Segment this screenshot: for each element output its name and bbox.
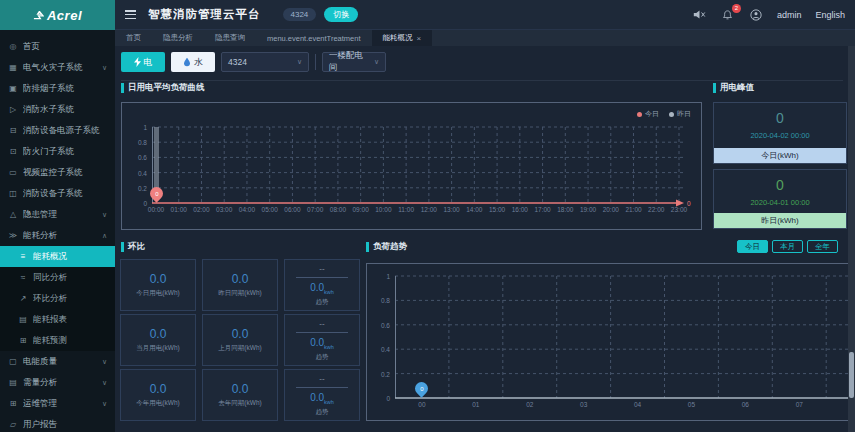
x-tick-label: 17:00: [534, 206, 550, 213]
trend-arrow-icon: ↗: [18, 294, 28, 303]
sidebar-subitem-label: 能耗概况: [33, 251, 107, 263]
scrollbar-thumb[interactable]: [849, 352, 854, 398]
stat-label: 昨日同期(kWh): [218, 289, 261, 298]
sidebar-item-electrical-fire[interactable]: ▦电气火灾子系统∨: [0, 57, 115, 78]
room-select-value: 一楼配电间: [329, 50, 368, 74]
sidebar-submenu: ≡能耗概况≈同比分析↗环比分析▤能耗报表⊞能耗预测: [0, 246, 115, 351]
y-tick-label: 0: [143, 200, 147, 207]
trend-unit: kwh: [324, 344, 334, 350]
chart-legend: 今日昨日: [637, 109, 691, 119]
tab-3[interactable]: menu.event.eventTreatment: [256, 30, 372, 46]
room-select[interactable]: 一楼配电间 ∨: [322, 52, 386, 72]
demand-icon: ▤: [8, 378, 18, 387]
notification-bell-icon[interactable]: 2: [721, 8, 735, 21]
tab-1[interactable]: 隐患分析: [152, 30, 204, 46]
peak-value: 0: [714, 177, 846, 193]
sidebar-item-video-monitor[interactable]: ▭视频监控子系统: [0, 162, 115, 183]
tab-4[interactable]: 能耗概况×: [372, 30, 433, 46]
load-trend-gridlines: [395, 276, 855, 398]
switch-button[interactable]: 切换: [324, 7, 358, 22]
legend-item[interactable]: 昨日: [669, 109, 691, 119]
sidebar-item-fire-power[interactable]: ⊟消防设备电源子系统: [0, 120, 115, 141]
sidebar-item-user-report[interactable]: ▱用户报告: [0, 414, 115, 432]
y-tick-label: 0.6: [381, 321, 390, 328]
peak-label: 今日(kWh): [714, 148, 846, 163]
x-tick-label: 22:00: [648, 206, 664, 213]
peak-section-title: 用电峰值: [713, 82, 754, 94]
tab-2[interactable]: 隐患查询: [204, 30, 256, 46]
x-tick-label: 01:00: [171, 206, 187, 213]
x-tick-label: 06:00: [284, 206, 300, 213]
sidebar-subitem-mom-analysis[interactable]: ↗环比分析: [0, 288, 115, 309]
video-monitor-icon: ▭: [8, 168, 18, 177]
sidebar-item-fire-door[interactable]: ⊡防火门子系统: [0, 141, 115, 162]
sidebar-item-energy-analysis[interactable]: ≫能耗分析∧: [0, 225, 115, 246]
sidebar-item-fire-water[interactable]: ▷消防水子系统: [0, 99, 115, 120]
page: Acrel ◎首页▦电气火灾子系统∨▣防排烟子系统▷消防水子系统⊟消防设备电源子…: [0, 0, 855, 432]
sidebar-subitem-energy-report[interactable]: ▤能耗报表: [0, 309, 115, 330]
y-tick-label: 0.4: [381, 346, 390, 353]
chevron-down-icon: ∨: [102, 379, 107, 387]
sidebar-subitem-energy-overview[interactable]: ≡能耗概况: [0, 246, 115, 267]
x-tick-label: 00:00: [148, 206, 164, 213]
tab-0[interactable]: 首页: [115, 30, 152, 46]
trend-range-button-0[interactable]: 今日: [737, 240, 768, 253]
x-tick-label: 23:00: [671, 206, 687, 213]
x-tick-label: 13:00: [443, 206, 459, 213]
sidebar-item-fire-device[interactable]: ◫消防设备子系统: [0, 183, 115, 204]
x-tick-label: 16:00: [512, 206, 528, 213]
home-icon: ◎: [8, 42, 18, 51]
hamburger-menu-icon[interactable]: [125, 10, 136, 19]
user-avatar-icon[interactable]: [749, 8, 763, 21]
ring-section-title: 环比: [121, 241, 145, 253]
report-icon: ▤: [18, 315, 28, 324]
user-report-icon: ▱: [8, 420, 18, 429]
ring-stat-box: 0.0今年用电(kWh): [120, 369, 196, 421]
brand-logo[interactable]: Acrel: [0, 0, 115, 30]
notification-count-badge: 2: [732, 4, 741, 13]
sidebar-subitem-yoy-analysis[interactable]: ≈同比分析: [0, 267, 115, 288]
electric-filter-label: 电: [144, 56, 153, 69]
trend-range-button-1[interactable]: 本月: [772, 240, 803, 253]
legend-item[interactable]: 今日: [637, 109, 659, 119]
electric-filter-button[interactable]: 电: [121, 52, 165, 72]
sidebar-item-label: 视频监控子系统: [23, 167, 107, 179]
sidebar-subitem-label: 同比分析: [33, 272, 107, 284]
sidebar-item-hazard-mgmt[interactable]: △隐患管理∨: [0, 204, 115, 225]
sidebar-item-label: 需量分析: [23, 377, 97, 389]
sidebar-item-maintenance[interactable]: ⊞运维管理∨: [0, 393, 115, 414]
sidebar-item-label: 运维管理: [23, 398, 97, 410]
sidebar-item-home[interactable]: ◎首页: [0, 36, 115, 57]
legend-dot-icon: [637, 112, 642, 117]
trend-range-button-2[interactable]: 全年: [807, 240, 838, 253]
x-tick-label: 02: [526, 401, 533, 408]
ring-stat-box: 0.0今日用电(kWh): [120, 259, 196, 311]
x-tick-label: 04: [634, 401, 641, 408]
sidebar-item-label: 用户报告: [23, 419, 107, 431]
ring-stat-box: 0.0去年同期(kWh): [202, 369, 278, 421]
ring-stat-box: 0.0当月用电(kWh): [120, 314, 196, 366]
sidebar-item-power-quality[interactable]: ▢电能质量∨: [0, 351, 115, 372]
x-tick-label: 18:00: [557, 206, 573, 213]
trend-unit: kwh: [324, 289, 334, 295]
language-switcher[interactable]: English: [815, 10, 845, 20]
y-tick-label: 0.8: [138, 139, 147, 146]
vertical-scrollbar[interactable]: [848, 46, 855, 432]
sidebar-item-demand-analysis[interactable]: ▤需量分析∨: [0, 372, 115, 393]
tab-label: 能耗概况: [383, 33, 413, 43]
sidebar-item-smoke-control[interactable]: ▣防排烟子系统: [0, 78, 115, 99]
peak-card-today: 02020-04-02 00:00今日(kWh): [713, 102, 847, 164]
mute-speaker-icon[interactable]: [693, 8, 707, 21]
trend-label: 趋势: [316, 353, 329, 362]
smoke-control-icon: ▣: [8, 84, 18, 93]
stat-value: 0.0: [232, 272, 249, 286]
ring-title-text: 环比: [128, 241, 145, 253]
username[interactable]: admin: [777, 10, 802, 20]
station-select[interactable]: 4324 ∨: [221, 52, 309, 72]
sidebar-subitem-energy-forecast[interactable]: ⊞能耗预测: [0, 330, 115, 351]
legend-dot-icon: [669, 112, 674, 117]
water-filter-button[interactable]: 水: [171, 52, 215, 72]
marker-value: 0: [420, 386, 423, 392]
close-icon[interactable]: ×: [417, 34, 422, 43]
axis-end-label: 0: [687, 200, 691, 207]
